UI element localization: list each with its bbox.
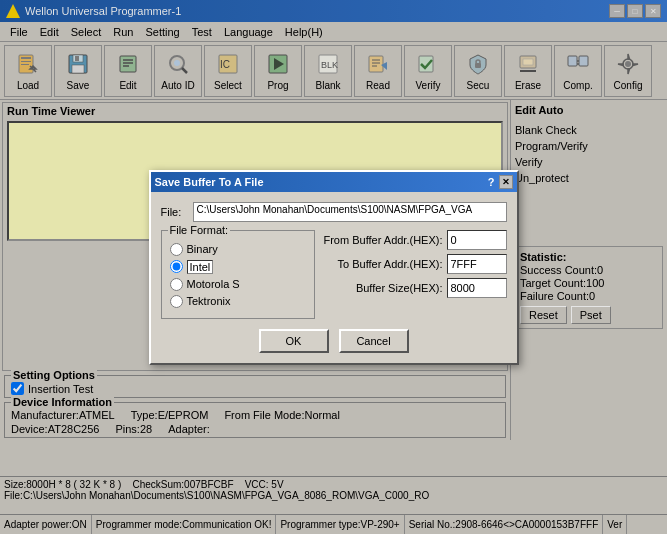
format-intel-radio[interactable] — [170, 260, 183, 273]
dialog-body: File: C:\Users\John Monahan\Documents\S1… — [151, 192, 517, 363]
from-addr-input[interactable] — [447, 230, 507, 250]
dialog-close-button[interactable]: ✕ — [499, 175, 513, 189]
from-addr-label: From Buffer Addr.(HEX): — [323, 234, 443, 246]
buffer-size-row: Buffer Size(HEX): — [323, 278, 507, 298]
format-options: Binary Intel Motorola S Tektronix — [170, 243, 306, 308]
file-format-legend: File Format: — [168, 224, 231, 236]
dialog-title: Save Buffer To A File — [155, 176, 264, 188]
dialog-titlebar: Save Buffer To A File ? ✕ — [151, 172, 517, 192]
to-addr-label: To Buffer Addr.(HEX): — [323, 258, 443, 270]
buffer-size-label: Buffer Size(HEX): — [323, 282, 443, 294]
cancel-button[interactable]: Cancel — [339, 329, 409, 353]
file-row: File: C:\Users\John Monahan\Documents\S1… — [161, 202, 507, 222]
file-path-display[interactable]: C:\Users\John Monahan\Documents\S100\NAS… — [193, 202, 507, 222]
dialog-question-mark: ? — [488, 176, 495, 188]
dialog-buttons: OK Cancel — [161, 329, 507, 353]
format-binary-row: Binary — [170, 243, 306, 256]
save-buffer-dialog: Save Buffer To A File ? ✕ File: C:\Users… — [149, 170, 519, 365]
from-addr-row: From Buffer Addr.(HEX): — [323, 230, 507, 250]
format-tektronix-radio[interactable] — [170, 295, 183, 308]
format-motorola-label: Motorola S — [187, 278, 240, 290]
format-tektronix-row: Tektronix — [170, 295, 306, 308]
to-addr-input[interactable] — [447, 254, 507, 274]
dialog-titlebar-right: ? ✕ — [488, 175, 513, 189]
format-motorola-row: Motorola S — [170, 278, 306, 291]
to-addr-row: To Buffer Addr.(HEX): — [323, 254, 507, 274]
format-intel-label: Intel — [187, 260, 214, 274]
format-intel-row: Intel — [170, 260, 306, 274]
format-binary-radio[interactable] — [170, 243, 183, 256]
file-format-group: File Format: Binary Intel Motorola S — [161, 230, 315, 319]
dialog-overlay: Save Buffer To A File ? ✕ File: C:\Users… — [0, 0, 667, 534]
file-label: File: — [161, 206, 189, 218]
dialog-content: File Format: Binary Intel Motorola S — [161, 230, 507, 319]
address-section: From Buffer Addr.(HEX): To Buffer Addr.(… — [323, 230, 507, 319]
format-binary-label: Binary — [187, 243, 218, 255]
format-tektronix-label: Tektronix — [187, 295, 231, 307]
buffer-size-input[interactable] — [447, 278, 507, 298]
format-motorola-radio[interactable] — [170, 278, 183, 291]
ok-button[interactable]: OK — [259, 329, 329, 353]
